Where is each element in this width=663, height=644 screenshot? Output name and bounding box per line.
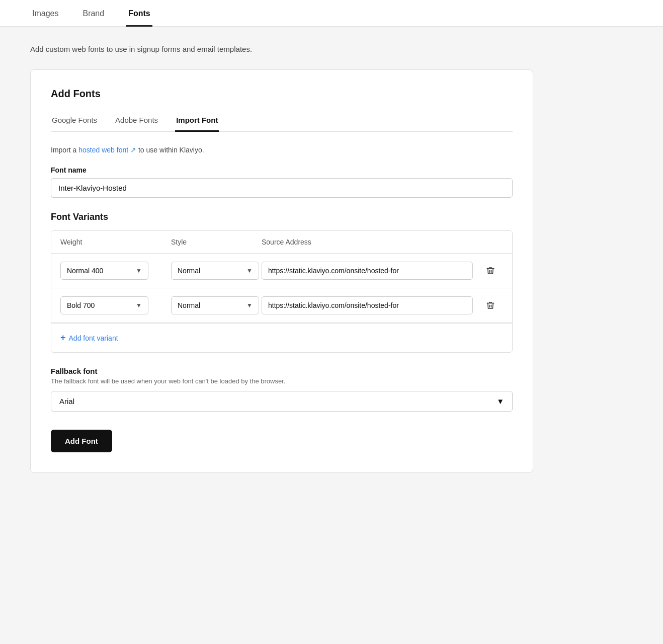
fallback-font-section: Fallback font The fallback font will be … — [51, 367, 513, 412]
sub-tabs: Google Fonts Adobe Fonts Import Font — [51, 112, 513, 132]
chevron-down-icon: ▼ — [136, 302, 142, 309]
delete-row-1[interactable] — [478, 264, 503, 277]
trash-icon — [486, 301, 495, 310]
source-address-cell-1 — [262, 262, 478, 280]
variants-table-header: Weight Style Source Address — [51, 231, 512, 254]
chevron-down-icon: ▼ — [496, 397, 504, 406]
add-fonts-card: Add Fonts Google Fonts Adobe Fonts Impor… — [30, 69, 533, 473]
sub-tab-adobe-fonts[interactable]: Adobe Fonts — [114, 112, 159, 132]
top-tabs: Images Brand Fonts — [0, 0, 663, 27]
add-variant-row: + Add font variant — [51, 323, 512, 352]
source-address-cell-2 — [262, 296, 478, 314]
variants-table: Weight Style Source Address Normal 400 ▼ — [51, 230, 513, 353]
add-font-button[interactable]: Add Font — [51, 430, 112, 452]
page-description: Add custom web fonts to use in signup fo… — [30, 45, 633, 53]
font-name-label: Font name — [51, 166, 513, 174]
delete-variant-button-1[interactable] — [484, 264, 497, 277]
plus-icon: + — [60, 333, 66, 343]
tab-brand[interactable]: Brand — [80, 0, 106, 27]
source-address-input-2[interactable] — [262, 296, 473, 314]
style-dropdown-2[interactable]: Normal ▼ — [171, 296, 262, 314]
font-name-input[interactable] — [51, 178, 513, 198]
import-description: Import a hosted web font ↗ to use within… — [51, 146, 513, 154]
tab-images[interactable]: Images — [30, 0, 60, 27]
header-style: Style — [171, 238, 262, 246]
font-name-field-group: Font name — [51, 166, 513, 198]
weight-dropdown-1[interactable]: Normal 400 ▼ — [60, 262, 171, 280]
font-variants-title: Font Variants — [51, 212, 513, 222]
delete-variant-button-2[interactable] — [484, 299, 497, 312]
hosted-web-font-link[interactable]: hosted web font ↗ — [78, 146, 136, 154]
add-font-variant-button[interactable]: + Add font variant — [60, 333, 118, 343]
chevron-down-icon: ▼ — [246, 267, 253, 274]
chevron-down-icon: ▼ — [136, 267, 142, 274]
style-dropdown-1[interactable]: Normal ▼ — [171, 262, 262, 280]
table-row: Normal 400 ▼ Normal ▼ — [51, 254, 512, 288]
tab-fonts[interactable]: Fonts — [126, 0, 152, 27]
header-source-address: Source Address — [262, 238, 478, 246]
main-content: Add custom web fonts to use in signup fo… — [0, 27, 663, 503]
sub-tab-import-font[interactable]: Import Font — [175, 112, 219, 132]
trash-icon — [486, 266, 495, 275]
source-address-input-1[interactable] — [262, 262, 473, 280]
weight-dropdown-2[interactable]: Bold 700 ▼ — [60, 296, 171, 314]
card-title: Add Fonts — [51, 88, 513, 100]
fallback-font-select[interactable]: Arial ▼ — [51, 391, 513, 412]
fallback-font-title: Fallback font — [51, 367, 513, 375]
table-row: Bold 700 ▼ Normal ▼ — [51, 288, 512, 323]
fallback-font-desc: The fallback font will be used when your… — [51, 377, 513, 385]
delete-row-2[interactable] — [478, 299, 503, 312]
header-weight: Weight — [60, 238, 171, 246]
sub-tab-google-fonts[interactable]: Google Fonts — [51, 112, 98, 132]
page-wrapper: Images Brand Fonts Add custom web fonts … — [0, 0, 663, 644]
chevron-down-icon: ▼ — [246, 302, 253, 309]
